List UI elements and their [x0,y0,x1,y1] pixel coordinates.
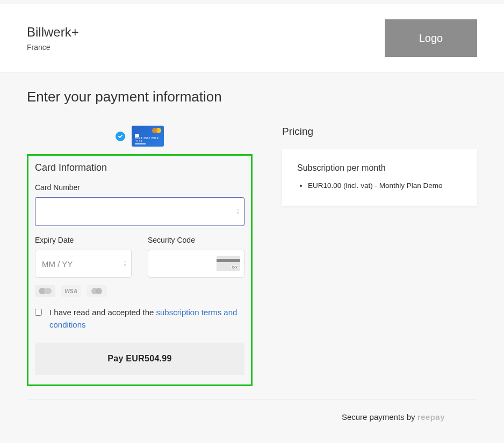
terms-text: I have read and accepted the subscriptio… [49,307,244,331]
pricing-title: Pricing [282,126,477,137]
terms-row: I have read and accepted the subscriptio… [35,307,244,331]
list-item: EUR10.00 (incl. vat) - Monthly Plan Demo [308,181,462,190]
brand-name: Billwerk+ [27,25,79,40]
mastercard-logo-icon [87,285,107,297]
terms-prefix: I have read and accepted the [49,308,156,317]
card-number-label: Card Number [35,183,244,192]
top-strip [0,0,504,4]
check-icon [116,132,125,141]
pricing-subtitle: Subscription per month [297,163,462,173]
accepted-card-logos: VISA [35,285,244,297]
card-number-input[interactable] [35,197,244,226]
reepay-logo: reepay [417,412,445,422]
scan-icon: ⦙⦙ [237,208,239,215]
payment-method-picker[interactable]: 0123 4567 8910 1112 [27,126,253,147]
card-information-box: Card Information Card Number ⦙⦙ Expiry D… [27,154,253,386]
logo-placeholder: Logo [385,19,477,57]
brand-block: Billwerk+ France [27,25,79,52]
brand-country: France [27,43,79,52]
expiry-input[interactable] [35,250,132,278]
cvv-card-icon: ⦙ [217,256,240,271]
pricing-list: EUR10.00 (incl. vat) - Monthly Plan Demo [297,181,462,190]
main-content: Enter your payment information 0123 4567… [0,72,504,432]
cvv-label: Security Code [148,236,244,244]
secure-text: Secure payments by [342,412,415,422]
pricing-column: Pricing Subscription per month EUR10.00 … [282,126,477,206]
scan-icon: ⦙⦙ [124,260,126,267]
dankort-logo-icon [35,285,55,297]
credit-card-icon: 0123 4567 8910 1112 [132,126,164,147]
header: Billwerk+ France Logo [0,4,504,72]
pay-button[interactable]: Pay EUR504.99 [35,343,244,375]
pricing-card: Subscription per month EUR10.00 (incl. v… [282,149,477,206]
card-section-title: Card Information [35,162,244,173]
expiry-label: Expiry Date [35,236,132,244]
svg-point-1 [44,288,52,294]
footer: Secure payments by reepay [27,399,477,422]
page-title: Enter your payment information [27,89,477,105]
payment-column: 0123 4567 8910 1112 Card Information Car… [27,126,253,386]
terms-checkbox[interactable] [35,309,42,316]
visa-logo-icon: VISA [61,285,81,297]
